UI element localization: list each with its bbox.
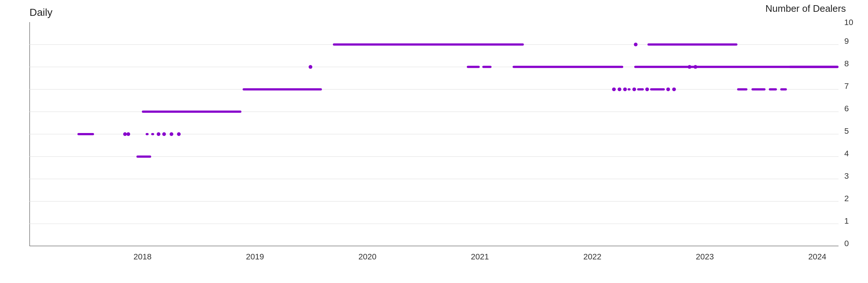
y-label-1: 1 xyxy=(844,216,849,226)
x-label-2024: 2024 xyxy=(808,252,826,262)
x-label-2020: 2020 xyxy=(358,252,376,262)
svg-rect-61 xyxy=(737,88,747,90)
svg-point-30 xyxy=(123,132,127,136)
y-label-2: 2 xyxy=(844,194,849,203)
svg-point-53 xyxy=(645,87,649,91)
x-label-2019: 2019 xyxy=(246,252,264,262)
y-label-3: 3 xyxy=(844,171,849,181)
svg-rect-40 xyxy=(243,88,322,90)
y-label-6: 6 xyxy=(844,104,849,113)
svg-point-60 xyxy=(694,65,697,69)
svg-rect-29 xyxy=(77,133,94,135)
svg-rect-52 xyxy=(637,88,644,90)
svg-rect-45 xyxy=(513,66,623,68)
svg-rect-63 xyxy=(769,88,777,90)
svg-rect-62 xyxy=(751,88,765,90)
svg-point-36 xyxy=(162,132,166,136)
svg-rect-34 xyxy=(151,133,154,135)
svg-rect-50 xyxy=(628,88,631,90)
svg-rect-43 xyxy=(467,66,480,68)
svg-rect-58 xyxy=(647,43,737,46)
svg-point-38 xyxy=(177,132,181,136)
x-label-2022: 2022 xyxy=(583,252,601,262)
y-label-0: 0 xyxy=(844,239,849,248)
y-label-8: 8 xyxy=(844,59,849,69)
svg-rect-42 xyxy=(333,43,524,46)
svg-rect-32 xyxy=(136,156,151,158)
x-label-2023: 2023 xyxy=(696,252,714,262)
x-label-2018: 2018 xyxy=(133,252,152,262)
svg-point-48 xyxy=(618,87,621,91)
svg-rect-54 xyxy=(650,88,665,90)
y-label-5: 5 xyxy=(844,126,849,136)
y-label-10: 10 xyxy=(844,18,853,27)
svg-rect-64 xyxy=(780,88,787,90)
svg-point-41 xyxy=(309,65,312,69)
y-label-9: 9 xyxy=(844,36,849,46)
chart-title-daily: Daily xyxy=(29,7,52,18)
svg-point-37 xyxy=(170,132,173,136)
svg-point-49 xyxy=(623,87,627,91)
x-label-2021: 2021 xyxy=(471,252,489,262)
chart-svg xyxy=(29,22,839,246)
svg-rect-65 xyxy=(789,66,839,68)
svg-point-31 xyxy=(126,132,130,136)
svg-point-57 xyxy=(634,43,638,46)
svg-point-55 xyxy=(666,87,670,91)
svg-point-56 xyxy=(672,87,676,91)
svg-point-51 xyxy=(632,87,636,91)
svg-point-35 xyxy=(157,132,160,136)
svg-point-59 xyxy=(688,65,691,69)
y-label-4: 4 xyxy=(844,149,849,158)
svg-rect-39 xyxy=(142,111,242,113)
chart-container: Daily Number of Dealers xyxy=(0,0,868,283)
chart-title-right: Number of Dealers xyxy=(765,3,846,14)
svg-rect-33 xyxy=(146,133,149,135)
y-label-7: 7 xyxy=(844,81,849,91)
svg-point-47 xyxy=(612,87,616,91)
svg-rect-44 xyxy=(482,66,492,68)
